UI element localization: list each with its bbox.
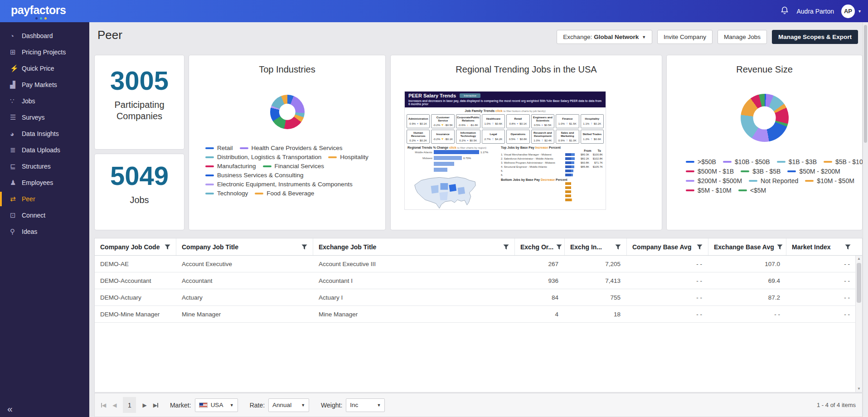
region-pct: 0.73% [463, 157, 471, 160]
bottom-job-row[interactable] [501, 189, 603, 194]
sidebar-item-ideas[interactable]: ⚲ Ideas [0, 223, 89, 240]
top-job-row[interactable]: 6. [501, 173, 603, 177]
scrollbar-thumb[interactable] [857, 263, 861, 303]
column-header-company-job-code[interactable]: Company Job Code [95, 238, 176, 255]
regional-click-link[interactable]: click [449, 146, 456, 149]
filter-icon[interactable] [697, 244, 703, 250]
sidebar-item-connect[interactable]: ⊡ Connect [0, 207, 89, 223]
table-row[interactable]: DEMO-AEAccount ExecutiveAccount Executiv… [95, 256, 862, 272]
bottom-job-row[interactable] [501, 198, 603, 202]
bottom-job-row[interactable] [501, 194, 603, 198]
job-family-tile-skilled-trades[interactable]: Skilled Trades 1.2%↑$0.6K [581, 130, 604, 144]
regional-bar-row[interactable] [407, 167, 498, 173]
top-job-row[interactable]: 4. Structural Engineer - Middle Atlantic… [501, 165, 603, 169]
job-family-tile-insurance[interactable]: Insurance -0.2%▾-$0.1K [431, 130, 454, 144]
regional-bar-row[interactable]: Midwest 0.73% [407, 155, 498, 161]
job-family-tile-operations[interactable]: Operations 0.5%↑$0.8K [506, 130, 529, 144]
job-family-tile-administration[interactable]: Administration 0.9%▪$0.1K [407, 114, 430, 128]
job-family-tile-legal[interactable]: Legal 2.7%↑$4.2K [482, 130, 505, 144]
job-family-tile-corporate-public-relations[interactable]: Corporate/Public Relations -0.6%↓-$1.8K [456, 114, 480, 128]
table-row[interactable]: DEMO-ActuaryActuaryActuary I84755- -87.2… [95, 289, 862, 306]
trend-flat-icon: ▪ [417, 121, 418, 126]
page-scrollbar[interactable] [863, 22, 868, 417]
regional-bar-row[interactable]: Middle Atlantic 1.17% [407, 149, 498, 155]
market-dropdown[interactable]: USA ▼ [195, 398, 238, 412]
jobs-label: Jobs [95, 194, 184, 206]
filter-icon[interactable] [301, 244, 307, 250]
peer-salary-trends-viz[interactable]: PEER Salary Trends Interactive Increases… [404, 91, 606, 210]
manage-jobs-button[interactable]: Manage Jobs [718, 30, 767, 44]
sidebar-item-data-insights[interactable]: ◕ Data Insights [0, 126, 89, 142]
column-header-market-index[interactable]: Market Index [786, 238, 856, 255]
page-number[interactable]: 1 [123, 397, 136, 413]
top-jobs-increase-link[interactable]: Increase [535, 146, 548, 149]
job-family-tile-research-and-development[interactable]: Research and Development 1.0%↑$2.4K [531, 130, 554, 144]
job-family-tile-hospitality[interactable]: Hospitality 1.1%↑$0.2K [581, 114, 604, 128]
job-family-tile-information-technology[interactable]: Information Technology 0.2%▪$0.5K [456, 130, 480, 144]
top-job-row[interactable]: 3. Wellness Program Administrator - Midw… [501, 160, 603, 165]
top-job-row[interactable]: 5. [501, 169, 603, 173]
sidebar-item-structures[interactable]: ⊑ Structures [0, 158, 89, 175]
column-header-company-base-avg[interactable]: Company Base Avg [627, 238, 708, 255]
sidebar-item-jobs[interactable]: ∵ Jobs [0, 93, 89, 109]
job-family-click-link[interactable]: click [495, 109, 503, 112]
manage-scopes-export-button[interactable]: Manage Scopes & Export [772, 30, 858, 44]
bottom-job-row[interactable] [501, 181, 603, 185]
sidebar-item-pricing-projects[interactable]: ⊞ Pricing Projects [0, 44, 89, 60]
page-scrollbar-thumb[interactable] [864, 25, 867, 143]
regional-bar-row[interactable] [407, 161, 498, 167]
bottom-jobs-decrease-link[interactable]: Decrease [541, 178, 555, 181]
sidebar-item-peer[interactable]: ⇄ Peer [0, 191, 89, 207]
scroll-up-icon[interactable]: ▲ [856, 256, 862, 262]
sidebar-collapse-button[interactable]: « [7, 403, 13, 414]
job-family-tile-healthcare[interactable]: Healthcare 1.0%↑$0.6K [482, 114, 505, 128]
viz-interactive-button[interactable]: Interactive [460, 93, 480, 98]
sidebar-item-employees[interactable]: ♟ Employees [0, 175, 89, 191]
job-family-tile-engineers-and-scientists[interactable]: Engineers and Scientists 0.5%▪$0.5K [531, 114, 554, 128]
top-job-row[interactable]: 1. Visual Merchandise Manager - Midwest … [501, 152, 603, 156]
previous-page-button[interactable]: ◀ [112, 402, 116, 408]
sidebar-item-dashboard[interactable]: ◔ Dashboard [0, 28, 89, 44]
rate-dropdown[interactable]: Annual ▼ [268, 398, 309, 412]
weight-dropdown[interactable]: Inc ▼ [346, 398, 385, 412]
sidebar-item-surveys[interactable]: ☰ Surveys [0, 109, 89, 126]
legend-label: Manufacturing [217, 163, 256, 170]
notification-bell-icon[interactable] [780, 6, 789, 17]
invite-company-button[interactable]: Invite Company [657, 30, 713, 44]
region-label: Midwest [407, 157, 434, 160]
sidebar-item-data-uploads[interactable]: ≣ Data Uploads [0, 142, 89, 158]
table-row[interactable]: DEMO-Mine ManagerMine ManagerMine Manage… [95, 306, 862, 323]
legend-label: $3B - $5B [752, 168, 781, 175]
column-header-company-job-title[interactable]: Company Job Title [176, 238, 313, 255]
filter-icon[interactable] [165, 244, 170, 250]
table-row[interactable]: DEMO-AccountantAccountantAccountant I936… [95, 272, 862, 289]
avatar[interactable]: AP [841, 5, 855, 18]
column-header-exchg-in[interactable]: Exchg In... [565, 238, 627, 255]
job-family-tile-customer-service[interactable]: Customer Service -0.2%▾-$0.5K [431, 114, 454, 128]
filter-icon[interactable] [556, 244, 562, 250]
column-header-exchg-or[interactable]: Exchg Or... [515, 238, 565, 255]
next-page-button[interactable]: ▶ [142, 402, 146, 408]
job-family-tile-sales-and-marketing[interactable]: Sales and Marketing 0.9%↑$1.0K [556, 130, 579, 144]
last-page-button[interactable]: ▶ [153, 402, 158, 408]
bottom-job-row[interactable] [501, 185, 603, 189]
sidebar-item-quick-price[interactable]: ⚡ Quick Price [0, 60, 89, 77]
top-job-row[interactable]: 2. Salesforce Administrator - Middle Atl… [501, 156, 603, 160]
table-scrollbar[interactable]: ▲ ▼ [855, 256, 862, 392]
exchange-dropdown[interactable]: Exchange: Global Network ▼ [557, 30, 652, 44]
first-page-button[interactable]: ◀ [101, 402, 106, 408]
scroll-down-icon[interactable]: ▼ [856, 386, 862, 392]
usa-map[interactable] [411, 174, 479, 210]
job-family-tile-finance[interactable]: Finance 1.0%↑$1.5K [556, 114, 579, 128]
job-family-tile-human-resources[interactable]: Human Resources 0.2%▪$0.2K [407, 130, 430, 144]
job-family-tile-retail[interactable]: Retail 0.8%▪$0.1K [506, 114, 529, 128]
column-header-exchange-base-avg[interactable]: Exchange Base Avg [708, 238, 786, 255]
user-menu-caret-icon[interactable]: ▾ [858, 9, 861, 14]
filter-icon[interactable] [777, 244, 783, 250]
filter-icon[interactable] [503, 244, 509, 250]
filter-icon[interactable] [615, 244, 621, 250]
sidebar-item-pay-markets[interactable]: ▟ Pay Markets [0, 77, 89, 93]
filter-icon[interactable] [845, 244, 851, 250]
column-header-exchange-job-title[interactable]: Exchange Job Title [313, 238, 515, 255]
tile-name: Retail [514, 117, 522, 120]
